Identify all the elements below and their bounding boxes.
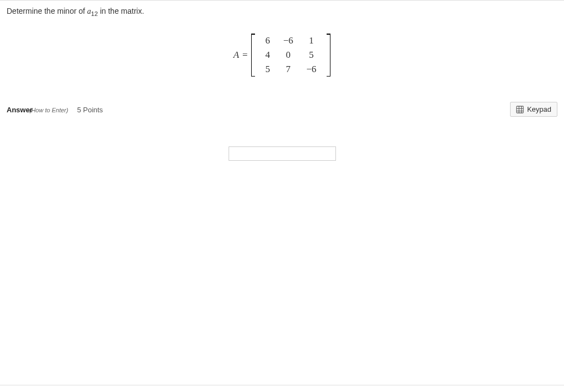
question-prompt: Determine the minor of a12 in the matrix… — [7, 6, 557, 18]
matrix-cell: 4 — [259, 48, 277, 62]
matrix-cell: 0 — [276, 48, 300, 62]
bracket-left-icon — [251, 34, 256, 77]
keypad-label: Keypad — [527, 105, 551, 113]
matrix-cell: −6 — [300, 62, 323, 77]
matrix-row: 4 0 5 — [259, 48, 323, 62]
matrix-row: 6 −6 1 — [259, 34, 323, 48]
answer-label: Answer — [7, 106, 32, 114]
question-container: Determine the minor of a12 in the matrix… — [0, 0, 564, 385]
matrix-cell: 7 — [276, 62, 300, 77]
how-to-enter-link[interactable]: (How to Enter) — [29, 107, 68, 113]
question-area: Determine the minor of a12 in the matrix… — [0, 1, 564, 77]
matrix-cell: 1 — [300, 34, 323, 48]
keypad-icon — [516, 106, 524, 113]
answer-input-row — [0, 146, 564, 161]
prompt-suffix: in the matrix. — [98, 7, 144, 15]
prompt-prefix: Determine the minor of — [7, 7, 87, 15]
bracket-right-icon — [326, 34, 330, 77]
answer-left: Answer(How to Enter) 5 Points — [7, 105, 103, 114]
matrix-row: 5 7 −6 — [259, 62, 323, 77]
matrix-display: A = 6 −6 1 4 0 5 5 7 — [7, 34, 557, 77]
answer-input[interactable] — [229, 146, 336, 161]
matrix-wrap: A = 6 −6 1 4 0 5 5 7 — [234, 34, 331, 77]
points-label: 5 Points — [77, 106, 103, 114]
matrix-lhs: A — [234, 50, 239, 61]
svg-rect-0 — [517, 106, 523, 113]
matrix-cell: −6 — [276, 34, 300, 48]
answer-bar: Answer(How to Enter) 5 Points Keypad — [0, 99, 564, 120]
matrix-body: 6 −6 1 4 0 5 5 7 −6 — [259, 34, 323, 77]
matrix-cell: 5 — [300, 48, 323, 62]
answer-label-group: Answer(How to Enter) — [7, 105, 68, 114]
keypad-button[interactable]: Keypad — [510, 102, 557, 117]
variable-subscript: 12 — [91, 10, 97, 17]
matrix-cell: 5 — [259, 62, 277, 77]
matrix-cell: 6 — [259, 34, 277, 48]
matrix-eq: = — [242, 50, 248, 61]
